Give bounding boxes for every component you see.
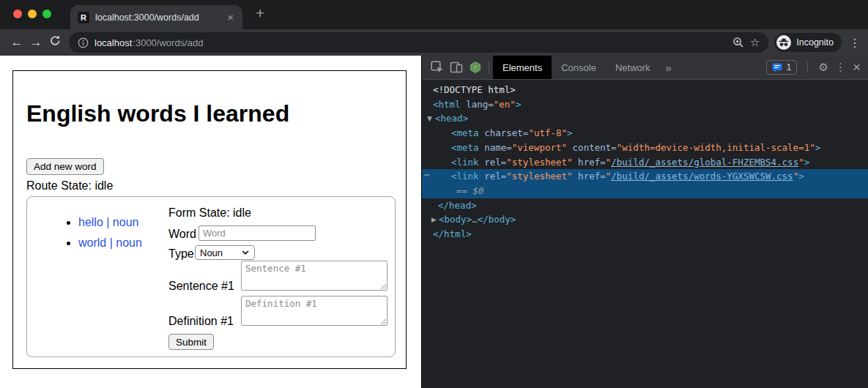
code-token: href= xyxy=(573,157,606,168)
url-path: :3000/words/add xyxy=(133,37,203,48)
issues-count: 1 xyxy=(786,62,791,72)
device-toolbar-button[interactable] xyxy=(447,61,466,74)
remix-favicon: R xyxy=(78,12,89,23)
code-token: <meta xyxy=(451,127,479,138)
code-token: </html> xyxy=(433,228,472,239)
code-token: <link xyxy=(451,171,479,182)
tab-network[interactable]: Network xyxy=(606,56,660,79)
window-content: English words I learned Add new word Rou… xyxy=(0,56,868,388)
devtools-code-line[interactable]: </html> xyxy=(422,227,868,242)
code-token: "stylesheet" xyxy=(506,171,572,182)
devtools-settings-icon[interactable]: ⚙ xyxy=(818,61,828,74)
code-token: > xyxy=(516,99,522,110)
devtools-code-line[interactable]: </head> xyxy=(422,198,868,213)
devtools-code-line[interactable]: ▶<body>…</body> xyxy=(422,212,868,227)
tab-elements[interactable]: Elements xyxy=(493,56,552,79)
code-token: … xyxy=(472,214,478,225)
code-token: "viewport" xyxy=(512,142,567,153)
chevron-down-icon xyxy=(242,250,249,255)
code-token: > xyxy=(567,127,573,138)
node-hexagon-icon xyxy=(469,61,482,74)
definition-label: Definition #1 xyxy=(168,315,234,328)
word-input[interactable] xyxy=(199,225,316,241)
definition-textarea[interactable] xyxy=(241,296,387,326)
devtools-menu-icon[interactable]: ⋮ xyxy=(835,61,846,74)
reload-button[interactable] xyxy=(45,34,64,51)
code-token: " xyxy=(798,157,804,168)
issues-bubble-icon xyxy=(772,63,782,72)
inspect-cursor-icon xyxy=(431,61,444,74)
node-devtools-button[interactable] xyxy=(466,61,485,74)
tab-close-icon[interactable]: × xyxy=(226,11,235,23)
bookmark-star-icon[interactable]: ☆ xyxy=(750,36,760,49)
type-select-value: Noun xyxy=(200,247,223,258)
devtools-code-line[interactable]: ▼<head> xyxy=(422,111,868,126)
more-tabs-button[interactable]: » xyxy=(666,61,672,74)
code-token: /build/_assets/words-YGXSWCSW.css xyxy=(611,171,793,182)
code-token: <link xyxy=(451,157,479,168)
device-toolbar-icon xyxy=(450,61,463,74)
issues-badge[interactable]: 1 xyxy=(766,60,797,75)
code-token: "en" xyxy=(494,99,516,110)
line-options-icon[interactable]: … xyxy=(424,165,431,180)
browser-tab[interactable]: R localhost:3000/words/add × xyxy=(70,5,242,29)
devtools-code-line[interactable]: <html lang="en"> xyxy=(422,97,868,112)
zoom-icon[interactable] xyxy=(732,37,744,48)
maximize-window-icon[interactable] xyxy=(42,10,51,18)
word-list-item: world | noun xyxy=(78,236,142,250)
word-list-item: hello | noun xyxy=(78,216,142,229)
back-button[interactable]: ← xyxy=(7,35,26,50)
devtools-toolbar: Elements Console Network » 1 ⚙ ⋮ × xyxy=(422,56,868,80)
tab-title: localhost:3000/words/add xyxy=(95,12,220,23)
forward-button[interactable]: → xyxy=(26,35,45,50)
page-title: English words I learned xyxy=(26,100,289,127)
code-token: <!DOCTYPE html> xyxy=(433,84,516,95)
submit-button[interactable]: Submit xyxy=(168,334,214,350)
type-select[interactable]: Noun xyxy=(195,245,255,260)
info-icon[interactable] xyxy=(78,37,89,48)
reload-icon xyxy=(49,34,62,47)
tree-expand-icon[interactable]: ▶ xyxy=(431,213,437,228)
toolbar-divider xyxy=(489,61,489,73)
code-token: <body> xyxy=(439,214,472,225)
devtools-close-icon[interactable]: × xyxy=(853,61,861,73)
sentence-textarea[interactable] xyxy=(241,261,387,291)
devtools-code-line[interactable]: == $0 xyxy=(422,184,868,198)
route-state-text: Route State: idle xyxy=(26,179,113,193)
code-token: content= xyxy=(567,142,617,153)
code-token: "stylesheet" xyxy=(506,157,572,168)
incognito-badge: Incognito xyxy=(774,33,842,52)
devtools-code-line[interactable]: <meta charset="utf-8"> xyxy=(422,126,868,141)
toolbar-divider xyxy=(807,61,808,73)
sentence-label: Sentence #1 xyxy=(168,280,234,293)
devtools-code-line[interactable]: <!DOCTYPE html> xyxy=(422,83,868,97)
code-token: "utf-8" xyxy=(528,127,567,138)
code-token: "width=device-width,initial-scale=1" xyxy=(617,142,815,153)
devtools-code-line[interactable]: <link rel="stylesheet" href="/build/_ass… xyxy=(422,155,868,170)
browser-toolbar: ← → localhost :3000/words/add ☆ xyxy=(0,29,868,56)
word-link[interactable]: world | noun xyxy=(78,236,142,249)
inspect-element-button[interactable] xyxy=(428,61,447,74)
code-token: > xyxy=(804,157,810,168)
devtools-code-line[interactable]: <meta name="viewport" content="width=dev… xyxy=(422,141,868,155)
browser-menu-icon[interactable]: ⋮ xyxy=(849,36,861,50)
tree-expand-icon[interactable]: ▼ xyxy=(427,112,432,127)
words-panel: hello | nounworld | noun Form State: idl… xyxy=(26,196,396,357)
code-token: <meta xyxy=(451,142,479,153)
code-token: href= xyxy=(573,171,606,182)
devtools-toolbar-right: 1 ⚙ ⋮ × xyxy=(766,60,868,75)
close-window-icon[interactable] xyxy=(13,10,22,18)
add-new-word-button[interactable]: Add new word xyxy=(26,158,104,175)
address-bar[interactable]: localhost :3000/words/add ☆ xyxy=(69,32,768,53)
code-token: <head> xyxy=(435,113,468,124)
word-link[interactable]: hello | noun xyxy=(78,216,138,228)
devtools-code-line[interactable]: …<link rel="stylesheet" href="/build/_as… xyxy=(422,169,868,184)
minimize-window-icon[interactable] xyxy=(28,10,37,18)
word-label: Word xyxy=(168,228,196,241)
form-state-text: Form State: idle xyxy=(168,206,251,220)
code-token: rel= xyxy=(479,171,507,182)
new-tab-button[interactable]: + xyxy=(256,4,264,22)
rendered-page: English words I learned Add new word Rou… xyxy=(0,56,421,388)
code-token: rel= xyxy=(479,157,507,168)
tab-console[interactable]: Console xyxy=(552,56,606,79)
